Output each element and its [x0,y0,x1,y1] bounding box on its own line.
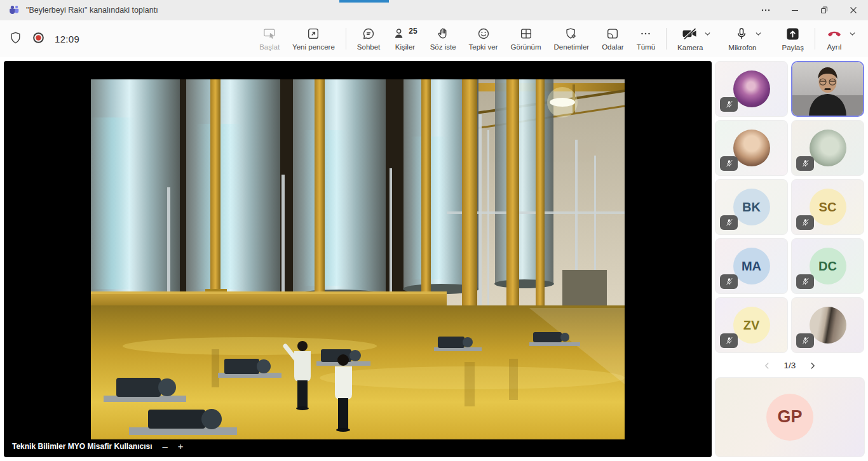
meeting-controls-button[interactable]: Denetimler [548,20,596,57]
camera-options-chevron[interactable] [703,30,712,38]
avatar-initials: ZV [733,307,770,344]
participant-tile[interactable]: MA [715,238,788,294]
recording-indicator-icon [32,31,45,47]
mic-off-icon [724,159,734,168]
participants-grid: BK SC [715,61,865,353]
people-count: 25 [409,27,417,35]
close-button[interactable] [839,0,868,20]
mic-off-icon [801,336,810,345]
chevron-down-icon [703,30,712,38]
meeting-toolbar: 12:09 Başlat Yeni pencere Sohbet [0,20,868,57]
camera-button[interactable]: Kamera [671,20,722,57]
self-video-tile[interactable]: GP [715,377,865,457]
share-screen-icon [785,27,800,41]
page-prev-button[interactable] [763,361,771,370]
microphone-options-chevron[interactable] [754,30,763,38]
mic-off-icon [724,218,734,227]
start-presenting-button[interactable]: Başlat [253,20,286,57]
meeting-timer: 12:09 [55,34,79,44]
shield-icon [9,31,22,47]
people-button[interactable]: 25 Kişiler [386,20,423,57]
view-grid-icon [519,27,533,41]
microphone-button[interactable]: Mikrofon [722,20,775,57]
mic-off-icon [801,159,810,168]
zoom-out-button[interactable]: – [163,442,168,451]
reactions-button[interactable]: Tepki ver [463,20,505,57]
restore-button[interactable] [810,0,839,20]
avatar [733,70,770,107]
participant-tile[interactable] [791,120,864,176]
titlebar: "Beylerbeyi Rakı" kanalındaki toplantı [0,0,868,20]
teams-logo-icon [8,3,20,18]
minimize-button[interactable] [780,0,810,20]
meeting-content: Teknik Bilimler MYO Misafir Kullanıcısı … [0,57,868,461]
rooms-icon [606,27,620,41]
presenter-name: Teknik Bilimler MYO Misafir Kullanıcısı [12,442,153,451]
participant-tile[interactable] [715,120,788,176]
participant-tile[interactable] [715,61,788,117]
participant-tile-active-speaker[interactable] [791,61,864,117]
participant-tile[interactable]: SC [791,179,864,235]
mic-off-badge [796,215,814,230]
new-window-button[interactable]: Yeni pencere [286,20,341,57]
start-presenting-icon [262,27,276,41]
zoom-in-button[interactable]: + [178,442,184,451]
close-icon [848,5,858,15]
reactions-smiley-icon [477,27,491,41]
minimize-icon [790,5,800,15]
chevron-down-icon [754,30,763,38]
share-indicator-bar [339,0,389,3]
mic-off-badge [720,97,738,112]
avatar-initials: DC [810,248,846,284]
participant-tile[interactable]: DC [791,238,864,294]
chat-button[interactable]: Sohbet [351,20,386,57]
avatar-initials: SC [810,189,846,225]
controls-shield-gear-icon [564,27,578,41]
shared-screen-video [91,79,625,439]
avatar [810,130,846,166]
participant-tile[interactable]: ZV [715,297,788,353]
avatar-initials: MA [733,248,770,284]
page-indicator: 1/3 [784,361,796,370]
people-icon [393,27,407,41]
rooms-button[interactable]: Odalar [595,20,630,57]
mic-off-badge [796,156,814,171]
mic-off-badge [720,333,738,348]
raise-hand-button[interactable]: Söz iste [424,20,463,57]
chevron-down-icon [848,30,857,38]
avatar-initials: BK [733,189,770,225]
ellipsis-icon [639,27,653,41]
leave-options-chevron[interactable] [848,30,857,38]
window-title: "Beylerbeyi Rakı" kanalındaki toplantı [26,6,158,15]
mic-off-badge [720,156,738,171]
toolbar-divider [666,28,667,50]
view-button[interactable]: Görünüm [505,20,548,57]
mic-off-icon [801,277,810,286]
page-next-button[interactable] [808,361,817,370]
toolbar-divider [346,28,346,50]
restore-icon [819,5,829,15]
raise-hand-icon [436,27,450,41]
avatar [810,307,846,344]
mic-off-icon [801,218,810,227]
share-button[interactable]: Paylaş [775,20,810,57]
self-avatar-initials: GP [766,394,813,441]
mic-off-icon [724,100,734,109]
mic-off-icon [724,336,734,345]
presenter-nameplate: Teknik Bilimler MYO Misafir Kullanıcısı … [4,440,193,453]
chevron-right-icon [808,361,817,370]
leave-button[interactable]: Ayrıl [820,20,863,57]
titlebar-more-button[interactable] [751,0,780,20]
factory-video-frame [91,79,625,439]
participant-tile[interactable]: BK [715,179,788,235]
more-actions-button[interactable]: Tümü [630,20,661,57]
mic-off-badge [720,215,738,230]
participant-video [792,62,863,116]
mic-off-badge [796,274,814,289]
participant-tile[interactable] [791,297,864,353]
chevron-left-icon [763,361,771,370]
new-window-icon [306,27,320,41]
mic-off-badge [796,333,814,348]
leave-call-icon [826,27,843,41]
more-dots-icon [761,5,771,15]
